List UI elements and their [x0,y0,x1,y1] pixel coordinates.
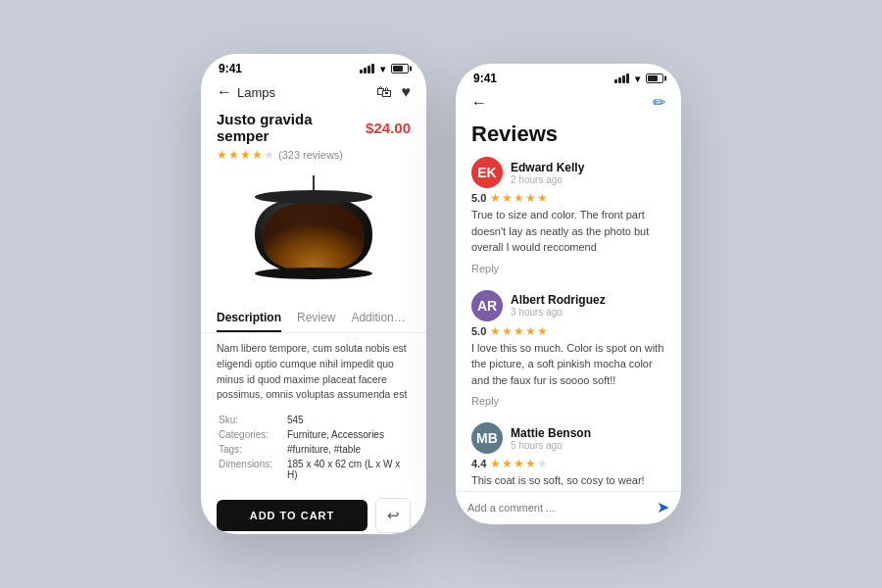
reply-link-0[interactable]: Reply [471,263,499,274]
product-title-row: Justo gravida semper $24.00 [201,107,426,146]
favorite-icon[interactable]: ♥ [402,83,412,101]
product-tabs: Description Review Additional informa... [201,305,426,333]
reviewer-info-1: Albert Rodriguez 3 hours ago [511,293,665,318]
star-1: ★ [217,148,227,162]
review-item-2: MB Mattie Benson 5 hours ago 4.4 ★ ★ ★ [471,422,665,487]
product-price: $24.00 [366,120,411,136]
star-3: ★ [240,148,251,162]
reviewer-row-1: AR Albert Rodriguez 3 hours ago [471,290,665,321]
reviewer-time-0: 2 hours ago [511,174,665,185]
status-icons-left: ▾ [360,64,409,74]
avatar-2: MB [471,422,503,454]
tab-additional[interactable]: Additional informa... [351,305,411,332]
review-stars-0: ★ ★ ★ ★ ★ [490,191,548,205]
reviewer-time-2: 5 hours ago [511,440,665,451]
status-bar-left: 9:41 ▾ [201,54,426,79]
nav-bar-right: ← ✏ [456,89,681,118]
status-icons-right: ▾ [614,74,663,84]
reviewer-name-1: Albert Rodriguez [511,293,665,307]
spec-value-categories: Furniture, Accessories [287,429,384,440]
reviewer-name-0: Edward Kelly [511,161,665,174]
spec-table: Sku: 545 Categories: Furniture, Accessor… [217,411,411,484]
spec-label-sku: Sku: [219,415,287,425]
reviewer-row-2: MB Mattie Benson 5 hours ago [471,422,665,454]
spec-categories: Categories: Furniture, Accessories [219,427,409,442]
reviews-title: Reviews [456,118,681,157]
back-button[interactable]: ← Lamps [217,83,275,101]
add-to-cart-button[interactable]: ADD TO CART [217,500,368,531]
spec-tags: Tags: #furniture, #table [219,442,409,457]
spec-label-categories: Categories: [219,429,287,440]
spec-sku: Sku: 545 [219,413,409,427]
spec-label-dimensions: Dimensions: [219,459,287,480]
comment-input[interactable] [467,502,649,514]
status-bar-right: 9:41 ▾ [456,64,681,89]
reviewer-name-2: Mattie Benson [511,426,665,440]
star-2: ★ [228,148,239,162]
product-image [201,168,426,305]
review-count: (323 reviews) [278,149,343,161]
comment-bar: ➤ [456,491,681,522]
review-text-2: This coat is so soft, so cosy to wear! [471,472,665,487]
reviewer-info-0: Edward Kelly 2 hours ago [511,161,665,185]
review-text-0: True to size and color. The front part d… [471,207,665,256]
avatar-0: EK [471,157,503,188]
reviewer-info-2: Mattie Benson 5 hours ago [511,426,665,451]
review-item-0: EK Edward Kelly 2 hours ago 5.0 ★ ★ ★ [471,157,665,276]
review-text-1: I love this so much. Color is spot on wi… [471,340,665,389]
star-rating: ★ ★ ★ ★ ★ [217,148,274,162]
edit-icon[interactable]: ✏ [653,93,665,112]
spec-label-tags: Tags: [219,444,287,455]
nav-back-label: Lamps [237,85,275,100]
description-text: Nam libero tempore, cum soluta nobis est… [217,341,411,403]
tab-review[interactable]: Review [297,305,335,332]
svg-point-3 [255,190,372,204]
battery-icon-right [646,74,663,83]
signal-icon [360,64,374,74]
left-phone: 9:41 ▾ ← Lamps 🛍 ♥ Ju [201,54,426,534]
share-button[interactable]: ↩ [375,498,411,533]
star-5: ★ [264,148,274,162]
review-rating-0: 5.0 ★ ★ ★ ★ ★ [471,191,665,205]
status-time-left: 9:41 [219,62,242,75]
review-stars-2: ★ ★ ★ ★ ★ [490,457,548,470]
send-icon[interactable]: ➤ [657,498,669,516]
spec-value-dimensions: 185 x 40 x 62 cm (L x W x H) [287,459,409,480]
rating-row: ★ ★ ★ ★ ★ (323 reviews) [201,146,426,168]
review-score-0: 5.0 [471,192,486,204]
reviews-list: EK Edward Kelly 2 hours ago 5.0 ★ ★ ★ [456,157,681,487]
add-to-cart-row: ADD TO CART ↩ [201,490,426,534]
reply-link-1[interactable]: Reply [471,395,499,407]
star-4: ★ [252,148,263,162]
status-time-right: 9:41 [473,72,497,85]
description-section: Nam libero tempore, cum soluta nobis est… [201,333,426,490]
review-item-1: AR Albert Rodriguez 3 hours ago 5.0 ★ ★ … [471,290,665,410]
tab-description[interactable]: Description [217,305,281,332]
review-rating-2: 4.4 ★ ★ ★ ★ ★ [471,457,665,470]
lamp-illustration [245,175,382,298]
wifi-icon-right: ▾ [635,74,640,84]
back-arrow-icon: ← [217,83,232,101]
right-phone: 9:41 ▾ ← ✏ Reviews [456,64,681,524]
wifi-icon: ▾ [380,64,385,74]
back-button-right[interactable]: ← [471,94,487,112]
review-rating-1: 5.0 ★ ★ ★ ★ ★ [471,324,665,338]
product-title: Justo gravida semper [217,111,366,144]
reviewer-row-0: EK Edward Kelly 2 hours ago [471,157,665,188]
avatar-1: AR [471,290,503,321]
spec-value-sku: 545 [287,415,304,425]
cart-icon[interactable]: 🛍 [376,83,392,101]
spec-dimensions: Dimensions: 185 x 40 x 62 cm (L x W x H) [219,457,409,482]
svg-point-4 [255,268,372,279]
nav-action-icons: 🛍 ♥ [376,83,412,101]
review-stars-1: ★ ★ ★ ★ ★ [490,324,548,338]
reviewer-time-1: 3 hours ago [511,307,665,318]
spec-value-tags: #furniture, #table [287,444,361,455]
review-score-1: 5.0 [471,325,486,337]
review-score-2: 4.4 [471,458,486,469]
signal-icon-right [614,74,629,83]
battery-icon [391,64,409,74]
nav-bar-left: ← Lamps 🛍 ♥ [201,79,426,107]
share-icon: ↩ [387,507,400,524]
